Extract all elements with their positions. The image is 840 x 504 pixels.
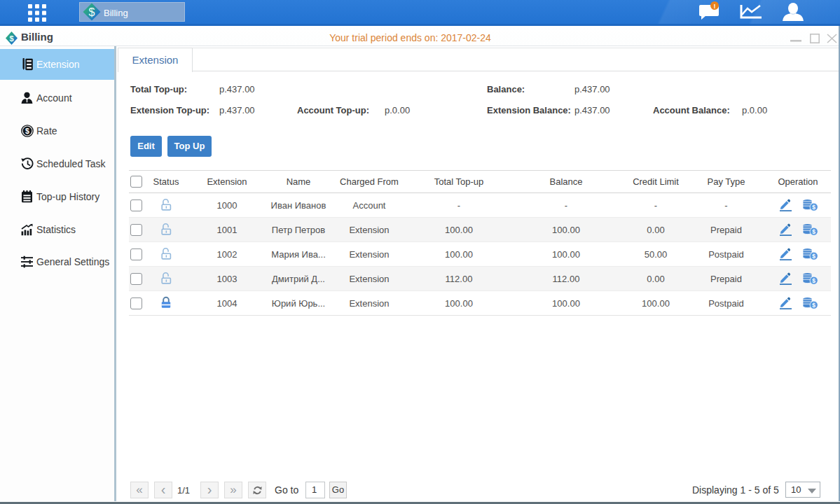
- svg-text:$: $: [812, 204, 815, 211]
- svg-text:!: !: [714, 3, 716, 10]
- svg-text:$: $: [812, 253, 815, 260]
- svg-text:$: $: [812, 302, 815, 309]
- svg-text:$: $: [89, 6, 95, 18]
- svg-text:$: $: [812, 228, 815, 235]
- svg-text:$: $: [812, 277, 815, 284]
- svg-text:$: $: [25, 127, 29, 135]
